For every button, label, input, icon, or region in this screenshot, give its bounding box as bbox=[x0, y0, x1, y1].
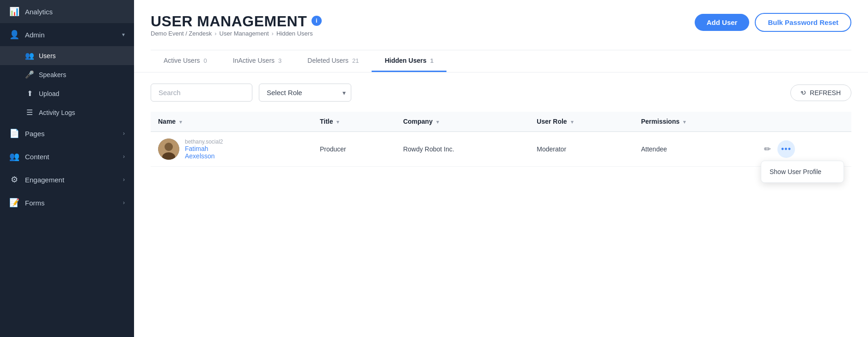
tab-count: 0 bbox=[204, 57, 207, 64]
user-name-cell: bethany.social2 FatimahAexelsson bbox=[151, 132, 312, 167]
avatar-image bbox=[158, 138, 179, 160]
page-title-text: USER MANAGEMENT bbox=[151, 13, 307, 30]
activity-logs-icon: ☰ bbox=[25, 108, 34, 117]
search-input[interactable] bbox=[151, 84, 252, 102]
svg-point-1 bbox=[165, 143, 173, 151]
sort-icon: ▾ bbox=[436, 119, 439, 125]
sidebar-item-analytics[interactable]: 📊 Analytics bbox=[0, 0, 134, 23]
bulk-password-reset-button[interactable]: Bulk Password Reset bbox=[755, 13, 851, 32]
avatar bbox=[158, 138, 179, 160]
tab-label: Hidden Users bbox=[385, 57, 426, 64]
sidebar-item-upload[interactable]: ⬆ Upload bbox=[0, 84, 134, 103]
tab-active-users[interactable]: Active Users 0 bbox=[151, 50, 220, 72]
tab-inactive-users[interactable]: InActive Users 3 bbox=[220, 50, 294, 72]
username-sub: bethany.social2 bbox=[185, 138, 223, 145]
tab-count: 1 bbox=[430, 57, 434, 64]
user-profile-link[interactable]: FatimahAexelsson bbox=[185, 145, 223, 160]
users-table: Name ▾ Title ▾ Company ▾ User Role ▾ bbox=[151, 112, 851, 167]
refresh-button[interactable]: ↻ REFRESH bbox=[790, 84, 851, 101]
user-permissions: Attendee bbox=[641, 145, 667, 153]
user-title: Producer bbox=[320, 145, 346, 153]
sidebar-item-content[interactable]: 👥 Content › bbox=[0, 145, 134, 168]
sidebar-item-label: Analytics bbox=[25, 8, 125, 16]
breadcrumb: Demo Event / Zendesk › User Management ›… bbox=[151, 30, 322, 37]
page-title: USER MANAGEMENT i bbox=[151, 13, 322, 30]
edit-button[interactable]: ✏ bbox=[762, 142, 773, 156]
chevron-right-icon: › bbox=[123, 176, 125, 183]
more-options-button[interactable]: ••• bbox=[777, 140, 795, 158]
sidebar-item-speakers[interactable]: 🎤 Speakers bbox=[0, 65, 134, 84]
sidebar-item-engagement[interactable]: ⚙ Engagement › bbox=[0, 168, 134, 191]
breadcrumb-part1[interactable]: Demo Event / Zendesk bbox=[151, 30, 212, 37]
role-select-wrapper: Select Role Moderator Attendee Speaker bbox=[259, 84, 351, 102]
refresh-icon: ↻ bbox=[800, 88, 808, 97]
tab-deleted-users[interactable]: Deleted Users 21 bbox=[294, 50, 372, 72]
tab-label: InActive Users bbox=[233, 57, 275, 64]
sidebar-item-label: Engagement bbox=[25, 176, 117, 184]
sidebar-item-pages[interactable]: 📄 Pages › bbox=[0, 122, 134, 145]
chevron-right-icon: › bbox=[123, 153, 125, 160]
sidebar-item-label: Forms bbox=[25, 199, 117, 207]
col-user-role[interactable]: User Role ▾ bbox=[529, 112, 634, 132]
user-cell: bethany.social2 FatimahAexelsson bbox=[158, 138, 305, 160]
chevron-right-icon: › bbox=[123, 130, 125, 137]
col-name[interactable]: Name ▾ bbox=[151, 112, 312, 132]
col-permissions[interactable]: Permissions ▾ bbox=[634, 112, 755, 132]
table-row: bethany.social2 FatimahAexelsson Produce… bbox=[151, 132, 851, 167]
sort-icon: ▾ bbox=[179, 119, 182, 125]
user-info: bethany.social2 FatimahAexelsson bbox=[185, 138, 223, 160]
main-content: USER MANAGEMENT i Demo Event / Zendesk ›… bbox=[134, 0, 868, 337]
col-title[interactable]: Title ▾ bbox=[312, 112, 396, 132]
table-header: Name ▾ Title ▾ Company ▾ User Role ▾ bbox=[151, 112, 851, 132]
analytics-icon: 📊 bbox=[9, 6, 19, 17]
speakers-icon: 🎤 bbox=[25, 70, 34, 79]
sidebar-item-users[interactable]: 👥 Users bbox=[0, 46, 134, 65]
sidebar-item-label: Activity Logs bbox=[39, 109, 75, 116]
sidebar-item-label: Admin bbox=[25, 31, 116, 39]
breadcrumb-part2[interactable]: User Management bbox=[220, 30, 269, 37]
actions-cell: ✏ ••• Show User Profile bbox=[755, 132, 851, 167]
col-actions bbox=[755, 112, 851, 132]
content-icon: 👥 bbox=[9, 151, 19, 162]
title-area: USER MANAGEMENT i Demo Event / Zendesk ›… bbox=[151, 13, 322, 45]
add-user-button[interactable]: Add User bbox=[695, 14, 750, 31]
sidebar-item-label: Pages bbox=[25, 130, 117, 138]
tab-count: 21 bbox=[352, 57, 359, 64]
show-user-profile-item[interactable]: Show User Profile bbox=[761, 163, 844, 181]
pages-icon: 📄 bbox=[9, 128, 19, 138]
chevron-down-icon: ▾ bbox=[122, 31, 125, 38]
user-name: FatimahAexelsson bbox=[185, 145, 215, 160]
header-actions: Add User Bulk Password Reset bbox=[695, 13, 851, 32]
action-cell: ✏ ••• Show User Profile bbox=[762, 140, 844, 158]
dropdown-menu: Show User Profile bbox=[761, 161, 844, 183]
table-body: bethany.social2 FatimahAexelsson Produce… bbox=[151, 132, 851, 167]
sidebar-item-label: Content bbox=[25, 153, 117, 161]
sidebar-item-admin[interactable]: 👤 Admin ▾ bbox=[0, 23, 134, 46]
permissions-cell: Attendee bbox=[634, 132, 755, 167]
filter-row: Select Role Moderator Attendee Speaker ↻… bbox=[151, 84, 851, 102]
sidebar: 📊 Analytics 👤 Admin ▾ 👥 Users 🎤 Speakers… bbox=[0, 0, 134, 337]
sidebar-item-forms[interactable]: 📝 Forms › bbox=[0, 191, 134, 214]
info-icon[interactable]: i bbox=[312, 16, 322, 26]
user-role-cell: Moderator bbox=[529, 132, 634, 167]
refresh-label: REFRESH bbox=[810, 89, 841, 96]
upload-icon: ⬆ bbox=[25, 89, 34, 98]
users-icon: 👥 bbox=[25, 51, 34, 60]
sidebar-item-label: Upload bbox=[39, 90, 59, 97]
col-company[interactable]: Company ▾ bbox=[396, 112, 529, 132]
sidebar-item-activity-logs[interactable]: ☰ Activity Logs bbox=[0, 103, 134, 122]
breadcrumb-sep1: › bbox=[214, 30, 216, 37]
sidebar-item-label: Users bbox=[39, 52, 56, 60]
forms-icon: 📝 bbox=[9, 198, 19, 208]
tab-count: 3 bbox=[278, 57, 281, 64]
role-select[interactable]: Select Role Moderator Attendee Speaker bbox=[259, 84, 351, 102]
admin-icon: 👤 bbox=[9, 30, 19, 40]
tabs-row: Active Users 0 InActive Users 3 Deleted … bbox=[151, 50, 851, 72]
content-area: Select Role Moderator Attendee Speaker ↻… bbox=[134, 72, 868, 337]
tab-label: Deleted Users bbox=[307, 57, 348, 64]
tab-hidden-users[interactable]: Hidden Users 1 bbox=[372, 50, 446, 72]
breadcrumb-sep2: › bbox=[272, 30, 274, 37]
sort-icon: ▾ bbox=[336, 119, 339, 125]
company-cell: Rowdy Robot Inc. bbox=[396, 132, 529, 167]
breadcrumb-part3: Hidden Users bbox=[276, 30, 313, 37]
